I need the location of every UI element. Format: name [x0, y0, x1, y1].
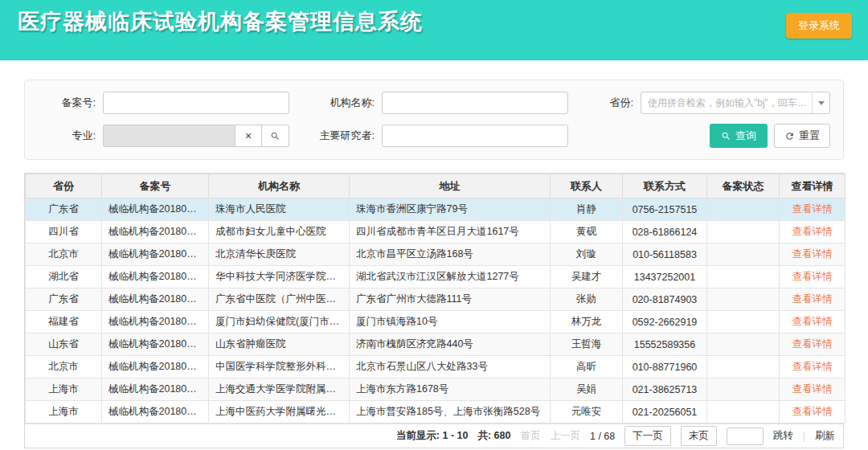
refresh-button[interactable]: 刷新: [815, 429, 835, 443]
cell-phone: 028-61866124: [623, 221, 707, 243]
detail-link[interactable]: 查看详情: [792, 271, 833, 282]
cell-phone: 021-38625713: [623, 378, 707, 401]
cell-phone: 13437252001: [623, 266, 707, 288]
cell-org-name: 山东省肿瘤医院: [209, 333, 350, 356]
cell-status: [707, 333, 780, 356]
cell-address: 厦门市镇海路10号: [350, 311, 551, 333]
detail-link[interactable]: 查看详情: [792, 226, 833, 237]
login-button[interactable]: 登录系统: [786, 13, 852, 39]
cell-record-no: 械临机构备201800007: [102, 333, 209, 356]
cell-contact: 高昕: [551, 356, 623, 378]
cell-province: 广东省: [26, 198, 102, 221]
table-row[interactable]: 北京市 械临机构备201800003 北京清华长庚医院 北京市昌平区立汤路168…: [26, 243, 845, 266]
total-count-label: 共: 680: [477, 429, 510, 443]
detail-link[interactable]: 查看详情: [792, 203, 833, 215]
query-button-label: 查询: [735, 129, 756, 143]
column-header-province: 省份: [26, 174, 102, 198]
query-button[interactable]: 查询: [710, 124, 768, 148]
cell-detail: 查看详情: [780, 288, 845, 311]
table-row[interactable]: 北京市 械临机构备201800008 中国医学科学院整形外科医院 北京市石景山区…: [26, 356, 845, 378]
table-row[interactable]: 广东省 械临机构备201800001 珠海市人民医院 珠海市香洲区康宁路79号 …: [26, 198, 845, 221]
table-row[interactable]: 上海市 械临机构备201800009 上海交通大学医学院附属上海儿童... 上海…: [26, 378, 845, 401]
next-page-button[interactable]: 下一页: [624, 426, 671, 446]
search-panel: 备案号: 机构名称: 省份: 使用拼音检索，例如输入"bj"，回车即选... 专…: [24, 80, 844, 160]
table-row[interactable]: 四川省 械临机构备201800002 成都市妇女儿童中心医院 四川省成都市青羊区…: [26, 221, 845, 243]
cell-record-no: 械临机构备201800002: [102, 221, 209, 243]
detail-link[interactable]: 查看详情: [792, 316, 833, 327]
cell-contact: 元唯安: [551, 401, 623, 423]
jump-button[interactable]: 跳转: [773, 429, 793, 443]
detail-link[interactable]: 查看详情: [792, 293, 833, 305]
detail-link[interactable]: 查看详情: [792, 248, 833, 260]
cell-address: 济南市槐荫区济兖路440号: [350, 333, 551, 356]
specialty-input-group: ×: [103, 125, 289, 147]
cell-address: 四川省成都市青羊区日月大道1617号: [350, 221, 551, 243]
column-header-address: 地址: [350, 174, 551, 198]
prev-page-button[interactable]: 上一页: [550, 429, 580, 443]
reset-button[interactable]: 重置: [774, 124, 830, 148]
cell-status: [707, 198, 780, 221]
cell-address: 上海市东方路1678号: [350, 378, 551, 401]
cell-province: 上海市: [26, 378, 102, 401]
cell-org-name: 华中科技大学同济医学院附属协和医院: [209, 266, 350, 288]
jump-page-input[interactable]: [727, 428, 764, 445]
cell-address: 珠海市香洲区康宁路79号: [350, 198, 551, 221]
province-select-placeholder: 使用拼音检索，例如输入"bj"，回车即选...: [648, 96, 809, 110]
table-row[interactable]: 上海市 械临机构备201800010 上海中医药大学附属曙光医院 上海市普安路1…: [26, 401, 845, 423]
cell-detail: 查看详情: [780, 266, 845, 288]
cell-province: 北京市: [26, 356, 102, 378]
cell-detail: 查看详情: [780, 356, 845, 378]
cell-province: 四川省: [26, 221, 102, 243]
specialty-input[interactable]: [103, 125, 235, 147]
table-row[interactable]: 湖北省 械临机构备201800004 华中科技大学同济医学院附属协和医院 湖北省…: [26, 266, 845, 288]
cell-org-name: 广东省中医院（广州中医药大学第...: [209, 288, 350, 311]
column-header-contact: 联系人: [551, 174, 623, 198]
cell-record-no: 械临机构备201800008: [102, 356, 209, 378]
first-page-button[interactable]: 首页: [520, 429, 540, 443]
record-no-input[interactable]: [103, 92, 289, 114]
org-name-input[interactable]: [382, 92, 568, 114]
cell-record-no: 械临机构备201800009: [102, 378, 209, 401]
search-icon: [270, 131, 280, 141]
cell-detail: 查看详情: [780, 333, 845, 356]
cell-phone: 020-81874903: [623, 288, 707, 311]
table-row[interactable]: 山东省 械临机构备201800007 山东省肿瘤医院 济南市槐荫区济兖路440号…: [26, 333, 845, 356]
record-no-label: 备案号:: [38, 96, 96, 110]
cell-province: 福建省: [26, 311, 102, 333]
cell-record-no: 械临机构备201800005: [102, 288, 209, 311]
province-select[interactable]: 使用拼音检索，例如输入"bj"，回车即选...: [641, 92, 830, 114]
cell-detail: 查看详情: [780, 401, 845, 423]
detail-link[interactable]: 查看详情: [792, 338, 833, 350]
specialty-label: 专业:: [38, 129, 96, 143]
org-name-label: 机构名称:: [305, 96, 375, 110]
cell-record-no: 械临机构备201800001: [102, 198, 209, 221]
detail-link[interactable]: 查看详情: [792, 361, 833, 372]
table-row[interactable]: 广东省 械临机构备201800005 广东省中医院（广州中医药大学第... 广东…: [26, 288, 845, 311]
results-table-container: 省份 备案号 机构名称 地址 联系人 联系方式 备案状态 查看详情 广东省 械临…: [24, 173, 844, 448]
page-title: 医疗器械临床试验机构备案管理信息系统: [0, 0, 868, 36]
cell-province: 上海市: [26, 401, 102, 423]
table-row[interactable]: 福建省 械临机构备201800006 厦门市妇幼保健院(厦门市林巧稚... 厦门…: [26, 311, 845, 333]
cell-address: 湖北省武汉市江汉区解放大道1277号: [350, 266, 551, 288]
cell-phone: 021-20256051: [623, 401, 707, 423]
divider: |: [803, 431, 805, 442]
results-table: 省份 备案号 机构名称 地址 联系人 联系方式 备案状态 查看详情 广东省 械临…: [25, 174, 845, 423]
cell-address: 上海市普安路185号、上海市张衡路528号: [350, 401, 551, 423]
cell-contact: 林万龙: [551, 311, 623, 333]
cell-status: [707, 401, 780, 423]
cell-record-no: 械临机构备201800006: [102, 311, 209, 333]
cell-org-name: 北京清华长庚医院: [209, 243, 350, 266]
cell-org-name: 厦门市妇幼保健院(厦门市林巧稚...: [209, 311, 350, 333]
specialty-search-button[interactable]: [262, 125, 289, 147]
cell-org-name: 中国医学科学院整形外科医院: [209, 356, 350, 378]
cell-status: [707, 266, 780, 288]
detail-link[interactable]: 查看详情: [792, 383, 833, 395]
researcher-input[interactable]: [382, 125, 568, 147]
clear-button[interactable]: ×: [235, 125, 262, 147]
last-page-button[interactable]: 末页: [681, 426, 717, 446]
detail-link[interactable]: 查看详情: [792, 406, 833, 417]
cell-phone: 0756-2157515: [623, 198, 707, 221]
cell-contact: 吴娟: [551, 378, 623, 401]
cell-contact: 王哲海: [551, 333, 623, 356]
refresh-icon: [784, 131, 795, 141]
